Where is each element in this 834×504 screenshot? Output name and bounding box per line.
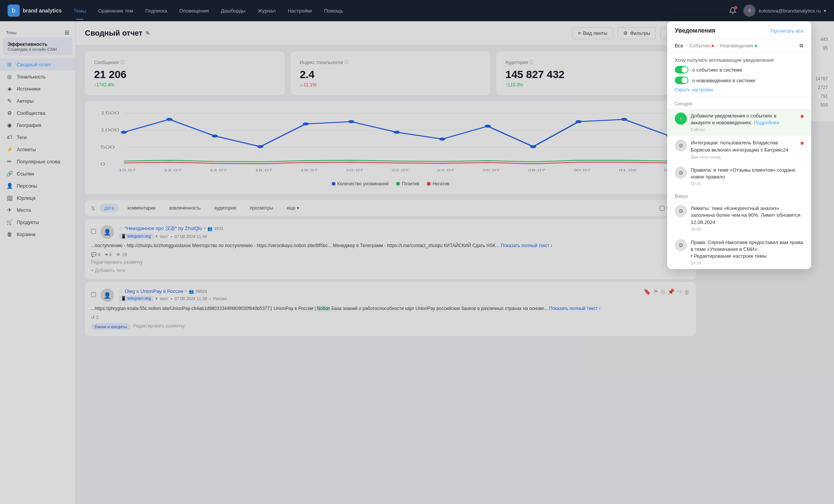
notif-item-3: ⚙ Правила: в теме «Отзывы клиентов» созд… [667,163,811,190]
notif-time-1: Сейчас [691,127,797,132]
notif-time-2: Два часа назад [691,155,797,159]
notif-item-5: ⚙ Права: Сергей Николаев предоставил вам… [667,235,811,269]
notif-icon-5: ⚙ [675,239,687,251]
notif-item-body-2: Интеграции: пользователь Владислав Борис… [691,139,797,159]
notif-want-label: Хочу получать всплывающие уведомления [675,57,804,63]
notif-link-1[interactable]: Подробнее [754,120,779,125]
notif-pref-new-label: о нововведениях в системе [692,78,755,83]
notif-time-4: 16:00 [691,227,804,232]
notif-icon-3: ⚙ [675,167,687,179]
notif-item-4: ⚙ Лимиты: тема «Конкурентный анализ» зап… [667,201,811,235]
notif-settings-icon[interactable]: ⚙ [799,43,804,49]
notif-icon-4: ⚙ [675,205,687,217]
notif-popup-header: Уведомления Прочитать все [667,21,811,39]
notif-title: Уведомления [675,27,715,34]
notif-settings-section: Хочу получать всплывающие уведомления о … [667,53,811,97]
notif-item-body-3: Правила: в теме «Отзывы клиентов» создан… [691,167,804,186]
notif-text-1: Добавили уведомления о событиях в аккаун… [691,113,797,126]
toggle-events[interactable] [675,66,688,74]
notif-tab-new[interactable]: Нововведения [720,43,757,49]
notif-text-4: Лимиты: тема «Конкурентный анализ» запол… [691,205,804,226]
notif-yesterday-label: Вчера [667,190,811,201]
events-dot [712,45,714,47]
unread-dot-2 [801,142,804,145]
notif-icon-1: ↑ [675,113,687,125]
notif-read-all-button[interactable]: Прочитать все [771,28,804,34]
notif-pref-events-label: о событиях в системе [692,67,742,73]
notif-pref-events: о событиях в системе [675,66,804,74]
notif-tabs: Все • События • Нововведения ⚙ [667,39,811,53]
toggle-new[interactable] [675,77,688,84]
notif-pref-new: о нововведениях в системе [675,77,804,84]
notif-text-5: Права: Сергей Николаев предоставил вам п… [691,239,804,260]
notif-icon-2: ⚙ [675,139,687,152]
new-features-dot [755,45,757,47]
notif-sub-text-5: • Редактирование настроек темы [691,253,767,259]
unread-dot-1 [801,115,804,118]
notif-item-body-1: Добавили уведомления о событиях в аккаун… [691,113,797,132]
notifications-popup: Уведомления Прочитать все Все • События … [667,21,811,269]
notif-today-label: Сегодня [667,97,811,109]
notif-item-1: ↑ Добавили уведомления о событиях в акка… [667,109,811,136]
hide-settings-link[interactable]: Скрыть настройки [675,87,804,92]
notif-item-body-4: Лимиты: тема «Конкурентный анализ» запол… [691,205,804,232]
notif-item-2: ⚙ Интеграции: пользователь Владислав Бор… [667,136,811,163]
notif-time-5: 14:24 [691,261,804,265]
notif-time-3: 10:31 [691,182,804,186]
notif-tab-events[interactable]: События [690,43,714,49]
notif-tab-all[interactable]: Все [675,43,683,49]
notif-text-2: Интеграции: пользователь Владислав Борис… [691,139,797,153]
notif-item-body-5: Права: Сергей Николаев предоставил вам п… [691,239,804,266]
notif-text-3: Правила: в теме «Отзывы клиентов» создан… [691,167,804,180]
